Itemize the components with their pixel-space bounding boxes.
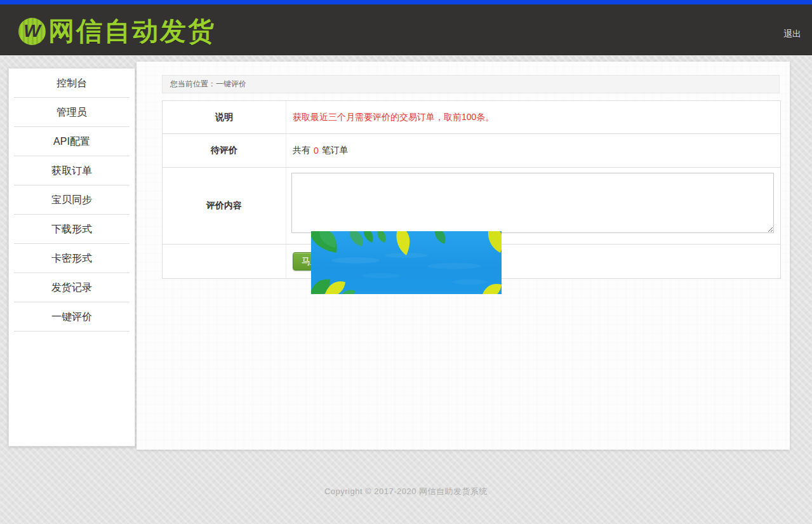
- promo-leaves-graphic: [311, 231, 502, 294]
- sidebar-item-download-type[interactable]: 下载形式: [14, 215, 130, 244]
- row-label-description: 说明: [163, 101, 286, 133]
- comment-textarea[interactable]: [291, 173, 774, 233]
- sidebar-item-one-key-review[interactable]: 一键评价: [14, 302, 130, 332]
- sidebar-item-cardkey-type[interactable]: 卡密形式: [14, 244, 130, 273]
- sidebar-menu: 控制台 管理员 API配置 获取订单 宝贝同步 下载形式 卡密形式 发货记录 一…: [8, 68, 135, 447]
- breadcrumb: 您当前位置：一键评价: [162, 75, 780, 93]
- row-value-pending: 共有 0 笔订单: [286, 134, 780, 167]
- sidebar-item-api-config[interactable]: API配置: [14, 127, 130, 156]
- row-label-comment: 评价内容: [163, 168, 286, 244]
- logo-letter: W: [23, 22, 40, 40]
- app-title: 网信自动发货: [48, 14, 216, 49]
- sidebar-item-delivery-log[interactable]: 发货记录: [14, 273, 130, 302]
- brand-link[interactable]: W 网信自动发货: [18, 16, 216, 46]
- top-accent-strip: [0, 0, 812, 4]
- row-label-pending: 待评价: [163, 134, 286, 167]
- pending-count: 0: [314, 145, 319, 156]
- brand-logo-icon: W: [18, 18, 46, 45]
- floating-promo-image[interactable]: [311, 231, 502, 294]
- sidebar-item-get-orders[interactable]: 获取订单: [14, 156, 130, 185]
- page-root: W 网信自动发货 退出 您当前位置：一键评价 说明 获取最近三个月需要评价的交易…: [0, 0, 812, 524]
- app-header: W 网信自动发货 退出: [0, 4, 812, 55]
- copyright-text: Copyright © 2017-2020 网信自助发货系统: [0, 486, 812, 497]
- sidebar-item-console[interactable]: 控制台: [14, 69, 130, 98]
- pending-prefix: 共有: [293, 145, 310, 156]
- pending-suffix: 笔订单: [322, 145, 349, 156]
- table-row-pending: 待评价 共有 0 笔订单: [163, 134, 780, 168]
- row-value-description: 获取最近三个月需要评价的交易订单，取前100条。: [286, 101, 780, 133]
- sidebar-item-admin[interactable]: 管理员: [14, 98, 130, 127]
- row-label-empty: [163, 245, 286, 278]
- description-text: 获取最近三个月需要评价的交易订单，取前100条。: [293, 112, 494, 123]
- sidebar-item-item-sync[interactable]: 宝贝同步: [14, 185, 130, 215]
- table-row-description: 说明 获取最近三个月需要评价的交易订单，取前100条。: [163, 101, 780, 134]
- sidebar-menu-list: 控制台 管理员 API配置 获取订单 宝贝同步 下载形式 卡密形式 发货记录 一…: [9, 69, 135, 332]
- logout-link[interactable]: 退出: [783, 29, 801, 40]
